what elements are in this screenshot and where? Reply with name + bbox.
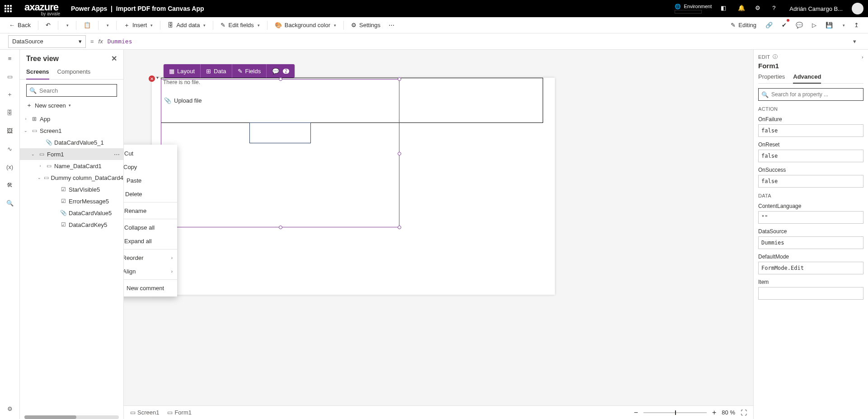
save-button[interactable]: 💾	[825, 20, 834, 30]
back-button[interactable]: ← Back	[8, 20, 32, 30]
handle-s[interactable]	[279, 226, 282, 229]
gear-icon[interactable]: ⚙	[6, 405, 14, 413]
flows-icon[interactable]: ∿	[6, 145, 14, 153]
avatar[interactable]	[852, 3, 863, 14]
tree-item-form1[interactable]: ⌄▭Form1⋯	[20, 148, 123, 160]
copilot-icon[interactable]: ◧	[721, 5, 729, 13]
tree-item-dck5[interactable]: ☑DataCardKey5	[20, 219, 123, 231]
datacard-outline[interactable]	[249, 122, 311, 143]
error-badge-icon[interactable]: ✕	[149, 75, 155, 82]
search-nav-icon[interactable]: 🔍	[6, 199, 14, 207]
tab-components[interactable]: Components	[57, 66, 91, 79]
rp-search[interactable]: 🔍	[758, 88, 863, 101]
tree-item-screen1[interactable]: ⌄▭Screen1	[20, 125, 123, 137]
formula-input[interactable]: Dummies	[108, 38, 845, 45]
val-onsuccess[interactable]: false	[758, 175, 863, 188]
tree-search-input[interactable]	[39, 87, 115, 94]
editing-toggle[interactable]: ✎ Editing	[730, 20, 757, 30]
ctx-paste[interactable]: 📋Paste	[124, 174, 177, 187]
notifications-icon[interactable]: 🔔	[738, 5, 746, 13]
ctx-comment[interactable]: 💬New comment	[124, 281, 177, 295]
tree-item-err[interactable]: ☑ErrorMessage5	[20, 195, 123, 207]
ctx-reorder[interactable]: ↕Reorder›	[124, 251, 177, 264]
tab-advanced[interactable]: Advanced	[793, 73, 821, 84]
val-defaultmode[interactable]: FormMode.Edit	[758, 262, 863, 274]
property-selector[interactable]: DataSource▾	[8, 35, 86, 48]
ctx-align[interactable]: ≡Align›	[124, 264, 177, 278]
minitb-layout[interactable]: ▦ Layout	[164, 64, 201, 78]
close-icon[interactable]: ✕	[111, 54, 117, 63]
val-onreset[interactable]: false	[758, 150, 863, 162]
val-item[interactable]	[758, 287, 863, 300]
tools-icon[interactable]: 🛠	[6, 181, 14, 189]
zoom-out-button[interactable]: −	[634, 409, 638, 417]
data-icon[interactable]: 🗄	[6, 108, 14, 117]
settings-button[interactable]: ⚙ Settings	[350, 20, 381, 30]
val-onfailure[interactable]: false	[758, 124, 863, 137]
formula-expand-icon[interactable]: ▾	[849, 36, 860, 47]
ctx-collapse[interactable]: ⊟Collapse all	[124, 221, 177, 234]
handle-ne[interactable]	[398, 77, 401, 81]
ctx-rename[interactable]: ✎Rename	[124, 204, 177, 217]
zoom-slider[interactable]	[643, 412, 707, 413]
share-button[interactable]: 🔗	[765, 20, 774, 30]
tree-item-dcv51[interactable]: 📎DataCardValue5_1	[20, 137, 123, 148]
help-icon[interactable]: ?	[772, 5, 780, 13]
minitb-comments[interactable]: 💬2	[267, 64, 295, 78]
paste-button[interactable]: 📋	[83, 20, 92, 30]
user-name[interactable]: Adrián Camargo B...	[789, 5, 843, 12]
tree-item-star[interactable]: ☑StarVisible5	[20, 184, 123, 195]
ctx-delete[interactable]: 🗑Delete	[124, 187, 177, 201]
tree-item-app[interactable]: ›⊞App	[20, 113, 123, 125]
tree-search[interactable]: 🔍	[26, 84, 117, 97]
more-icon[interactable]: ⋯	[114, 151, 120, 158]
zoom-in-button[interactable]: +	[712, 409, 716, 417]
paste-dropdown[interactable]: ▾	[105, 21, 110, 29]
val-datasource[interactable]: Dummies	[758, 236, 863, 249]
publish-button[interactable]: ↥	[853, 20, 860, 30]
rp-search-input[interactable]	[771, 91, 860, 98]
media-icon[interactable]: 🖼	[6, 127, 14, 135]
settings-icon[interactable]: ⚙	[755, 5, 763, 13]
handle-n[interactable]	[279, 77, 282, 81]
handle-se[interactable]	[398, 226, 401, 229]
val-contentlang[interactable]: ""	[758, 211, 863, 224]
preview-button[interactable]: ▷	[811, 20, 817, 30]
tree-item-dummydc[interactable]: ⌄▭Dummy column_DataCard4	[20, 172, 123, 184]
variables-icon[interactable]: (x)	[6, 163, 14, 171]
undo-button[interactable]: ↶	[45, 20, 52, 30]
ctx-cut[interactable]: ✂Cut	[124, 146, 177, 160]
fit-button[interactable]: ⛶	[741, 409, 747, 416]
tree-item-dcv5[interactable]: 📎DataCardValue5	[20, 207, 123, 219]
form-selection[interactable]	[161, 79, 399, 227]
undo-dropdown[interactable]: ▾	[65, 21, 70, 29]
panel-expand-icon[interactable]: ›	[862, 54, 863, 60]
help-icon[interactable]: ⓘ	[773, 53, 778, 60]
insert-icon[interactable]: ＋	[6, 90, 14, 99]
crumb-form[interactable]: ▭ Form1	[167, 409, 192, 416]
ctx-expand[interactable]: ⊞Expand all	[124, 234, 177, 248]
edit-fields-button[interactable]: ✎ Edit fields ▾	[220, 20, 260, 30]
bgcolor-button[interactable]: 🎨 Background color ▾	[274, 20, 337, 30]
ctx-copy[interactable]: ⧉Copy	[124, 160, 177, 174]
tab-properties[interactable]: Properties	[758, 73, 785, 83]
insert-button[interactable]: ＋ Insert ▾	[123, 19, 154, 31]
checker-button[interactable]: ✔	[781, 20, 788, 30]
overflow-button[interactable]: ⋯	[388, 20, 395, 30]
error-chevron-icon[interactable]: ▾	[156, 75, 159, 80]
new-screen-button[interactable]: ＋ New screen ▾	[26, 101, 117, 109]
waffle-icon[interactable]	[5, 5, 19, 12]
comments-button[interactable]: 💬	[795, 20, 804, 30]
tree-icon[interactable]: ▭	[6, 72, 14, 80]
add-data-button[interactable]: 🗄 Add data ▾	[167, 20, 206, 30]
minitb-fields[interactable]: ✎ Fields	[232, 64, 267, 78]
minitb-data[interactable]: ⊞ Data	[201, 64, 232, 78]
tree-hscroll[interactable]	[24, 415, 119, 419]
hamburger-icon[interactable]: ≡	[6, 54, 14, 62]
handle-e[interactable]	[398, 152, 401, 155]
tab-screens[interactable]: Screens	[26, 66, 49, 80]
crumb-screen[interactable]: ▭ Screen1	[130, 409, 159, 416]
tree-item-namedc[interactable]: ›▭Name_DataCard1	[20, 160, 123, 172]
save-dropdown[interactable]: ▾	[841, 21, 846, 29]
environment-picker[interactable]: 🌐Environment	[675, 4, 712, 13]
